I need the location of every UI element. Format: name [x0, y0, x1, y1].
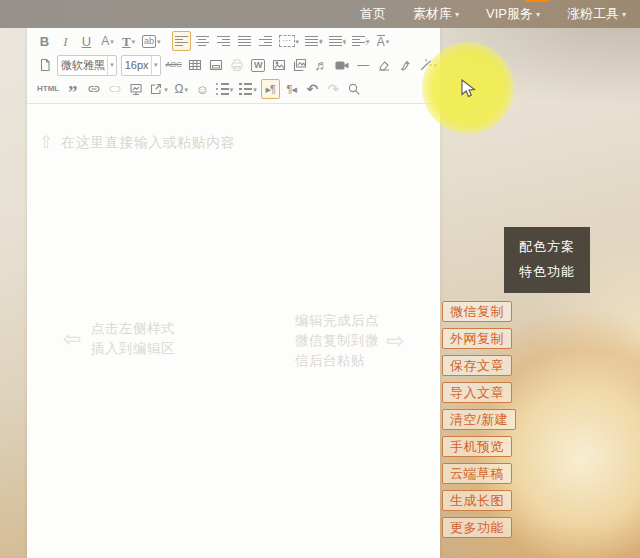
unlink-button[interactable] — [105, 79, 124, 99]
ordered-list-button[interactable]: ▾ — [237, 79, 259, 99]
paragraph-forward-icon: ▸¶ — [266, 84, 275, 95]
align-right-icon — [217, 36, 230, 47]
redo-button[interactable]: ↷ — [324, 79, 343, 99]
hr-button[interactable]: — — [354, 55, 373, 75]
blockquote-button[interactable]: ” — [63, 79, 82, 99]
format-painter-button[interactable] — [396, 55, 415, 75]
link-icon — [87, 82, 101, 96]
nav-material-library[interactable]: 素材库▾ — [413, 5, 459, 23]
featured-functions-item[interactable]: 特色功能 — [504, 259, 590, 284]
gallery-icon — [293, 58, 307, 72]
paragraph-style-icon: ⋯ — [279, 35, 295, 47]
html-button[interactable]: HTML — [35, 79, 61, 99]
export-button[interactable]: ▾ — [147, 79, 170, 99]
undo-button[interactable]: ↶ — [303, 79, 322, 99]
bold-icon: B — [40, 35, 49, 48]
text-style-icon: T — [122, 35, 131, 48]
align-right-button[interactable] — [214, 31, 233, 51]
top-navigation: 首页素材库▾VIP服务▾HOT涨粉工具▾ — [0, 0, 640, 28]
redo-icon: ↷ — [327, 82, 339, 96]
align-center-button[interactable] — [193, 31, 212, 51]
gallery-button[interactable] — [291, 55, 310, 75]
margin-button[interactable]: ↑▾ — [303, 31, 325, 51]
link-button[interactable] — [84, 79, 103, 99]
underline-button[interactable]: U — [77, 31, 96, 51]
word-import-icon: W — [251, 59, 266, 72]
paragraph-backward-icon: ¶◂ — [287, 84, 296, 95]
paragraph-style-button[interactable]: ⋯▾ — [277, 31, 302, 51]
highlight-color-button[interactable]: ab▾ — [140, 31, 163, 51]
toolbar-row-3: HTML”▾Ω▾☺▾▾▸¶¶◂↶↷ — [27, 77, 440, 101]
align-left-icon — [175, 36, 188, 47]
word-import-button[interactable]: W — [249, 55, 268, 75]
text-style-button[interactable]: T▾ — [119, 31, 138, 51]
hot-badge: HOT — [526, 0, 550, 2]
nav-material-library-label: 素材库 — [413, 5, 452, 23]
align-justify-button[interactable] — [235, 31, 254, 51]
video-icon — [335, 58, 349, 72]
long-image-button[interactable]: 生成长图 — [442, 490, 512, 511]
font-family-select[interactable]: 微软雅黑▾ — [57, 55, 117, 76]
font-size-scale-button[interactable]: A▾ — [374, 31, 393, 51]
nav-vip-service[interactable]: VIP服务▾HOT — [486, 5, 540, 23]
indent-icon — [259, 36, 272, 47]
format-clear-button[interactable] — [375, 55, 394, 75]
board-button[interactable] — [126, 79, 145, 99]
wechat-copy-button[interactable]: 微信复制 — [442, 301, 512, 322]
import-article-button[interactable]: 导入文章 — [442, 382, 512, 403]
editor-content-area[interactable]: ⇧ 在这里直接输入或粘贴内容 ⇦ 点击左侧样式 插入到编辑区 编辑完成后点 微信… — [27, 104, 440, 558]
video-button[interactable] — [333, 55, 352, 75]
line-height-icon: ↓ — [329, 36, 342, 47]
export-icon — [149, 82, 163, 96]
italic-button[interactable]: I — [56, 31, 75, 51]
font-color-button[interactable]: A▾ — [98, 31, 117, 51]
strikethrough-icon: ABC — [165, 61, 181, 69]
print-button[interactable] — [228, 55, 247, 75]
chevron-down-icon: ▾ — [107, 56, 116, 75]
board-icon — [129, 82, 143, 96]
bold-button[interactable]: B — [35, 31, 54, 51]
emoji-button[interactable]: ☺ — [193, 79, 212, 99]
paragraph-forward-button[interactable]: ▸¶ — [261, 79, 280, 99]
font-color-icon: A — [101, 35, 109, 47]
image-icon — [272, 58, 286, 72]
align-left-button[interactable] — [172, 31, 191, 51]
nav-home[interactable]: 首页 — [360, 5, 386, 23]
paragraph-backward-button[interactable]: ¶◂ — [282, 79, 301, 99]
music-icon: ♬ — [314, 58, 328, 72]
italic-icon: I — [63, 35, 67, 48]
table-button[interactable] — [186, 55, 205, 75]
special-char-button[interactable]: Ω▾ — [172, 79, 191, 99]
find-replace-button[interactable] — [345, 79, 364, 99]
clear-new-button[interactable]: 清空/新建 — [442, 409, 516, 430]
more-features-button[interactable]: 更多功能 — [442, 517, 512, 538]
color-scheme-item[interactable]: 配色方案 — [504, 234, 590, 259]
unordered-list-button[interactable]: ▾ — [214, 79, 236, 99]
strikethrough-button[interactable]: ABC — [164, 55, 184, 75]
arrow-left-icon: ⇦ — [63, 329, 82, 349]
music-button[interactable]: ♬ — [312, 55, 331, 75]
web-copy-button[interactable]: 外网复制 — [442, 328, 512, 349]
font-size-scale-icon: A — [377, 35, 385, 48]
slideshow-button[interactable] — [207, 55, 226, 75]
nav-fan-growth-tools-label: 涨粉工具 — [567, 5, 619, 23]
new-doc-icon — [38, 58, 52, 72]
editor-panel: BIUA▾T▾ab▾⋯▾↑▾↓▾⋮▾A▾ 微软雅黑▾16px▾ABCW♬—▾ H… — [27, 28, 440, 558]
cloud-draft-button[interactable]: 云端草稿 — [442, 463, 512, 484]
save-article-button[interactable]: 保存文章 — [442, 355, 512, 376]
chevron-down-icon: ▾ — [110, 38, 114, 45]
chevron-down-icon: ▾ — [386, 38, 390, 45]
indent-button[interactable] — [256, 31, 275, 51]
find-replace-icon — [347, 82, 361, 96]
new-doc-button[interactable] — [35, 55, 54, 75]
font-size-select[interactable]: 16px▾ — [121, 55, 161, 76]
chevron-down-icon: ▾ — [230, 86, 234, 93]
line-height-button[interactable]: ↓▾ — [327, 31, 349, 51]
image-button[interactable] — [270, 55, 289, 75]
phone-preview-button[interactable]: 手机预览 — [442, 436, 512, 457]
letter-spacing-button[interactable]: ⋮▾ — [350, 31, 372, 51]
nav-fan-growth-tools[interactable]: 涨粉工具▾ — [567, 5, 626, 23]
editor-toolbar: BIUA▾T▾ab▾⋯▾↑▾↓▾⋮▾A▾ 微软雅黑▾16px▾ABCW♬—▾ H… — [27, 28, 440, 104]
nav-vip-service-label: VIP服务 — [486, 5, 533, 23]
placeholder-text: 在这里直接输入或粘贴内容 — [61, 134, 235, 152]
